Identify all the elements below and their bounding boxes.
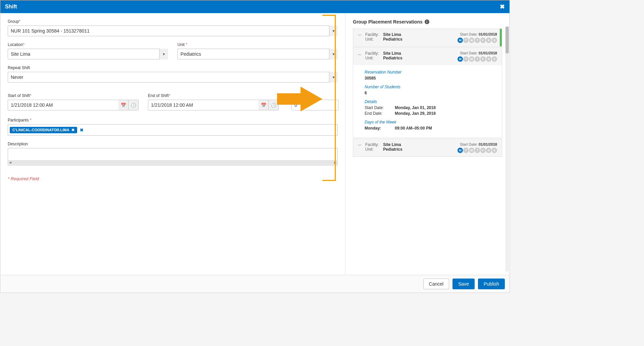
- clear-participants-icon[interactable]: ✖: [80, 128, 84, 133]
- location-input[interactable]: [8, 49, 168, 59]
- clock-icon[interactable]: 🕒: [269, 100, 279, 110]
- reservation-header[interactable]: ︿Facility: Site LimaUnit: PediatricsStar…: [353, 48, 502, 65]
- calendar-icon[interactable]: 📅: [118, 100, 128, 110]
- close-icon[interactable]: ✖: [500, 3, 505, 10]
- chevron-down-icon[interactable]: ▼: [329, 72, 338, 83]
- reservation-header[interactable]: ﹀Facility: Site LimaUnit: PediatricsStar…: [353, 29, 502, 46]
- participant-tag[interactable]: C'LINICAL-COORDINATOR.LIMA ✖: [10, 127, 77, 133]
- reservation-number: 30585: [365, 76, 496, 81]
- group-label: Group*: [8, 19, 338, 24]
- horizontal-scrollbar[interactable]: ◀▶: [8, 160, 337, 165]
- vertical-scrollbar[interactable]: [505, 27, 509, 271]
- scrollbar-thumb[interactable]: [505, 27, 509, 53]
- repeat-select[interactable]: ▼: [8, 72, 338, 83]
- day-badge: T: [463, 56, 469, 62]
- reservation-body: Reservation Number30585Number of Student…: [353, 65, 502, 138]
- dow-day: Monday:: [365, 126, 395, 131]
- day-badge: W: [469, 148, 474, 153]
- chevron-icon[interactable]: ︿: [358, 52, 362, 57]
- day-badge: F: [480, 148, 486, 153]
- save-button[interactable]: Save: [452, 279, 475, 289]
- unit-label: Unit:: [365, 37, 382, 42]
- end-of-shift-label: End of Shift*: [148, 93, 279, 98]
- start-of-shift-field[interactable]: 📅 🕒: [8, 100, 139, 110]
- cancel-button[interactable]: Cancel: [423, 279, 449, 289]
- remove-tag-icon[interactable]: ✖: [71, 128, 74, 132]
- publish-button[interactable]: Publish: [478, 279, 505, 289]
- days-of-week: MTWTFSS: [458, 148, 497, 153]
- clock-icon[interactable]: 🕒: [128, 100, 139, 110]
- form-pane: Group* ▼ Location* ▼ Unit *: [0, 13, 345, 275]
- day-badge: M: [458, 56, 463, 62]
- reservations-pane: Group Placement Reservations i ﹀Facility…: [345, 13, 509, 275]
- unit-select[interactable]: ▼: [177, 49, 338, 59]
- day-badge: S: [486, 38, 491, 43]
- day-badge: T: [475, 148, 480, 153]
- start-date-value: 01/01/2018: [479, 51, 497, 55]
- start-of-shift-input[interactable]: [8, 100, 118, 110]
- facility-label: Facility:: [365, 142, 382, 147]
- start-date-value: 01/01/2018: [479, 142, 497, 146]
- day-badge: T: [475, 56, 480, 62]
- chevron-icon[interactable]: ﹀: [358, 143, 362, 148]
- day-badge: M: [458, 148, 463, 153]
- day-badge: W: [469, 56, 474, 62]
- days-of-week: MTWTFSS: [458, 38, 497, 43]
- day-badge: S: [486, 148, 491, 153]
- duration-input[interactable]: [291, 100, 338, 110]
- facility-label: Facility:: [365, 51, 382, 56]
- end-of-shift-field[interactable]: 📅 🕒: [148, 100, 279, 110]
- location-select[interactable]: ▼: [8, 49, 168, 59]
- dialog-title: Shift: [5, 4, 17, 10]
- reservations-title: Group Placement Reservations i: [353, 19, 502, 24]
- dow-label: Days of the Week: [365, 120, 496, 125]
- detail-end-date-label: End Date:: [365, 111, 395, 116]
- day-badge: T: [475, 38, 480, 43]
- start-date-label: Start Date:: [460, 142, 479, 146]
- group-select[interactable]: ▼: [8, 26, 338, 36]
- description-textarea[interactable]: ◀▶: [8, 148, 338, 165]
- num-students-label: Number of Students: [365, 85, 496, 89]
- chevron-down-icon[interactable]: ▼: [159, 49, 168, 59]
- required-field-note: * Required Field: [8, 176, 338, 181]
- reservation-card: ﹀Facility: Site LimaUnit: PediatricsStar…: [353, 139, 502, 157]
- unit-label: Unit *: [177, 42, 338, 47]
- dialog-header: Shift ✖: [0, 0, 509, 13]
- shift-dialog: Shift ✖ Group* ▼ Location* ▼: [0, 0, 510, 293]
- reservation-card: ︿Facility: Site LimaUnit: PediatricsStar…: [353, 47, 502, 138]
- day-badge: S: [486, 56, 491, 62]
- facility-label: Facility:: [365, 32, 382, 37]
- dialog-footer: Cancel Save Publish: [0, 275, 509, 293]
- duration-label: [291, 93, 338, 98]
- unit-value: Pediatrics: [383, 37, 402, 42]
- description-label: Description: [8, 142, 338, 146]
- participants-label: Participants *: [8, 118, 338, 122]
- participants-input[interactable]: C'LINICAL-COORDINATOR.LIMA ✖ ✖: [8, 124, 338, 136]
- info-icon[interactable]: i: [425, 19, 429, 24]
- repeat-input[interactable]: [8, 72, 338, 83]
- chevron-down-icon[interactable]: ▼: [329, 26, 338, 36]
- day-badge: S: [492, 148, 497, 153]
- location-label: Location*: [8, 42, 168, 47]
- reservation-card: ﹀Facility: Site LimaUnit: PediatricsStar…: [353, 29, 502, 47]
- end-of-shift-input[interactable]: [148, 100, 259, 110]
- day-badge: S: [492, 56, 497, 62]
- chevron-icon[interactable]: ﹀: [358, 33, 362, 38]
- reservation-header[interactable]: ﹀Facility: Site LimaUnit: PediatricsStar…: [353, 139, 502, 156]
- facility-value: Site Lima: [383, 142, 401, 147]
- days-of-week: MTWTFSS: [458, 56, 497, 62]
- group-input[interactable]: [8, 26, 338, 36]
- day-badge: S: [492, 38, 497, 43]
- detail-start-date: Monday, Jan 01, 2018: [395, 105, 436, 110]
- dow-hours: 09:00 AM–05:00 PM: [395, 126, 432, 131]
- day-badge: T: [463, 38, 469, 43]
- calendar-icon[interactable]: 📅: [259, 100, 269, 110]
- chevron-down-icon[interactable]: ▼: [329, 49, 338, 59]
- facility-value: Site Lima: [383, 51, 401, 56]
- unit-input[interactable]: [177, 49, 338, 59]
- start-date-label: Start Date:: [460, 51, 479, 55]
- unit-value: Pediatrics: [383, 147, 402, 152]
- day-badge: F: [480, 38, 486, 43]
- start-date-label: Start Date:: [460, 32, 479, 36]
- day-badge: W: [469, 38, 474, 43]
